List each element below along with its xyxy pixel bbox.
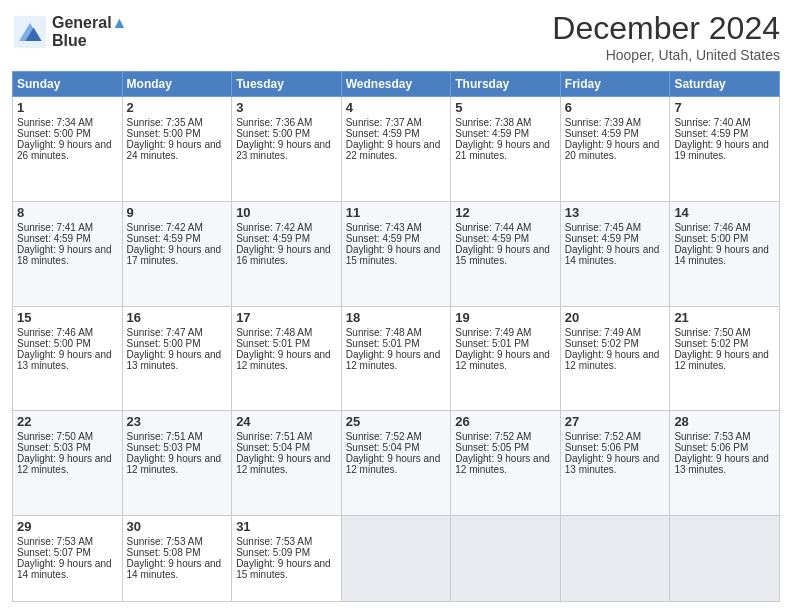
day-number: 9 (127, 205, 228, 220)
daylight-text: Daylight: 9 hours and 12 minutes. (455, 453, 556, 475)
calendar-cell: 18Sunrise: 7:48 AMSunset: 5:01 PMDayligh… (341, 306, 451, 411)
daylight-text: Daylight: 9 hours and 22 minutes. (346, 139, 447, 161)
col-header-wednesday: Wednesday (341, 72, 451, 97)
daylight-text: Daylight: 9 hours and 12 minutes. (127, 453, 228, 475)
daylight-text: Daylight: 9 hours and 12 minutes. (346, 453, 447, 475)
sunrise-text: Sunrise: 7:51 AM (127, 431, 228, 442)
sunset-text: Sunset: 5:01 PM (346, 338, 447, 349)
col-header-monday: Monday (122, 72, 232, 97)
sunrise-text: Sunrise: 7:52 AM (455, 431, 556, 442)
daylight-text: Daylight: 9 hours and 16 minutes. (236, 244, 337, 266)
day-number: 14 (674, 205, 775, 220)
sunset-text: Sunset: 5:05 PM (455, 442, 556, 453)
sunset-text: Sunset: 5:00 PM (127, 128, 228, 139)
sunrise-text: Sunrise: 7:46 AM (674, 222, 775, 233)
calendar-cell: 24Sunrise: 7:51 AMSunset: 5:04 PMDayligh… (232, 411, 342, 516)
day-number: 18 (346, 310, 447, 325)
day-number: 22 (17, 414, 118, 429)
day-number: 26 (455, 414, 556, 429)
daylight-text: Daylight: 9 hours and 13 minutes. (674, 453, 775, 475)
calendar-cell (670, 516, 780, 602)
calendar-cell: 12Sunrise: 7:44 AMSunset: 4:59 PMDayligh… (451, 201, 561, 306)
sunrise-text: Sunrise: 7:50 AM (674, 327, 775, 338)
sunset-text: Sunset: 4:59 PM (236, 233, 337, 244)
calendar-cell: 26Sunrise: 7:52 AMSunset: 5:05 PMDayligh… (451, 411, 561, 516)
sunset-text: Sunset: 5:08 PM (127, 547, 228, 558)
daylight-text: Daylight: 9 hours and 15 minutes. (236, 558, 337, 580)
day-number: 3 (236, 100, 337, 115)
day-number: 10 (236, 205, 337, 220)
sunset-text: Sunset: 5:01 PM (455, 338, 556, 349)
day-number: 1 (17, 100, 118, 115)
sunset-text: Sunset: 5:03 PM (17, 442, 118, 453)
sunset-text: Sunset: 5:01 PM (236, 338, 337, 349)
day-number: 23 (127, 414, 228, 429)
day-number: 15 (17, 310, 118, 325)
sunset-text: Sunset: 5:09 PM (236, 547, 337, 558)
calendar-cell: 7Sunrise: 7:40 AMSunset: 4:59 PMDaylight… (670, 97, 780, 202)
sunrise-text: Sunrise: 7:43 AM (346, 222, 447, 233)
sunset-text: Sunset: 5:04 PM (346, 442, 447, 453)
calendar-cell (341, 516, 451, 602)
sunset-text: Sunset: 4:59 PM (346, 128, 447, 139)
daylight-text: Daylight: 9 hours and 13 minutes. (17, 349, 118, 371)
calendar-cell: 30Sunrise: 7:53 AMSunset: 5:08 PMDayligh… (122, 516, 232, 602)
calendar-cell: 4Sunrise: 7:37 AMSunset: 4:59 PMDaylight… (341, 97, 451, 202)
sunrise-text: Sunrise: 7:46 AM (17, 327, 118, 338)
sunrise-text: Sunrise: 7:41 AM (17, 222, 118, 233)
daylight-text: Daylight: 9 hours and 23 minutes. (236, 139, 337, 161)
logo: General▲ Blue (12, 14, 127, 50)
sunrise-text: Sunrise: 7:51 AM (236, 431, 337, 442)
sunrise-text: Sunrise: 7:34 AM (17, 117, 118, 128)
daylight-text: Daylight: 9 hours and 17 minutes. (127, 244, 228, 266)
sunset-text: Sunset: 5:02 PM (565, 338, 666, 349)
day-number: 13 (565, 205, 666, 220)
sunrise-text: Sunrise: 7:49 AM (565, 327, 666, 338)
sunset-text: Sunset: 4:59 PM (127, 233, 228, 244)
daylight-text: Daylight: 9 hours and 13 minutes. (565, 453, 666, 475)
sunrise-text: Sunrise: 7:44 AM (455, 222, 556, 233)
sunset-text: Sunset: 5:07 PM (17, 547, 118, 558)
calendar-cell: 23Sunrise: 7:51 AMSunset: 5:03 PMDayligh… (122, 411, 232, 516)
day-number: 24 (236, 414, 337, 429)
day-number: 7 (674, 100, 775, 115)
sunset-text: Sunset: 5:00 PM (236, 128, 337, 139)
daylight-text: Daylight: 9 hours and 14 minutes. (674, 244, 775, 266)
day-number: 5 (455, 100, 556, 115)
sunset-text: Sunset: 5:06 PM (565, 442, 666, 453)
daylight-text: Daylight: 9 hours and 12 minutes. (455, 349, 556, 371)
sunrise-text: Sunrise: 7:40 AM (674, 117, 775, 128)
sunrise-text: Sunrise: 7:42 AM (236, 222, 337, 233)
calendar-cell: 8Sunrise: 7:41 AMSunset: 4:59 PMDaylight… (13, 201, 123, 306)
sunset-text: Sunset: 4:59 PM (455, 128, 556, 139)
sunset-text: Sunset: 5:03 PM (127, 442, 228, 453)
sunset-text: Sunset: 5:02 PM (674, 338, 775, 349)
sunrise-text: Sunrise: 7:53 AM (674, 431, 775, 442)
day-number: 6 (565, 100, 666, 115)
day-number: 19 (455, 310, 556, 325)
daylight-text: Daylight: 9 hours and 12 minutes. (565, 349, 666, 371)
calendar-cell: 6Sunrise: 7:39 AMSunset: 4:59 PMDaylight… (560, 97, 670, 202)
calendar-cell: 27Sunrise: 7:52 AMSunset: 5:06 PMDayligh… (560, 411, 670, 516)
sunset-text: Sunset: 4:59 PM (17, 233, 118, 244)
day-number: 8 (17, 205, 118, 220)
sunrise-text: Sunrise: 7:53 AM (236, 536, 337, 547)
sunrise-text: Sunrise: 7:47 AM (127, 327, 228, 338)
sunrise-text: Sunrise: 7:45 AM (565, 222, 666, 233)
calendar-cell: 19Sunrise: 7:49 AMSunset: 5:01 PMDayligh… (451, 306, 561, 411)
calendar-cell: 13Sunrise: 7:45 AMSunset: 4:59 PMDayligh… (560, 201, 670, 306)
day-number: 11 (346, 205, 447, 220)
sunrise-text: Sunrise: 7:37 AM (346, 117, 447, 128)
title-block: December 2024 Hooper, Utah, United State… (552, 10, 780, 63)
calendar-cell: 29Sunrise: 7:53 AMSunset: 5:07 PMDayligh… (13, 516, 123, 602)
day-number: 28 (674, 414, 775, 429)
daylight-text: Daylight: 9 hours and 12 minutes. (236, 349, 337, 371)
day-number: 20 (565, 310, 666, 325)
calendar-cell: 16Sunrise: 7:47 AMSunset: 5:00 PMDayligh… (122, 306, 232, 411)
calendar-cell: 14Sunrise: 7:46 AMSunset: 5:00 PMDayligh… (670, 201, 780, 306)
location: Hooper, Utah, United States (552, 47, 780, 63)
sunrise-text: Sunrise: 7:49 AM (455, 327, 556, 338)
sunrise-text: Sunrise: 7:38 AM (455, 117, 556, 128)
day-number: 30 (127, 519, 228, 534)
sunrise-text: Sunrise: 7:53 AM (17, 536, 118, 547)
